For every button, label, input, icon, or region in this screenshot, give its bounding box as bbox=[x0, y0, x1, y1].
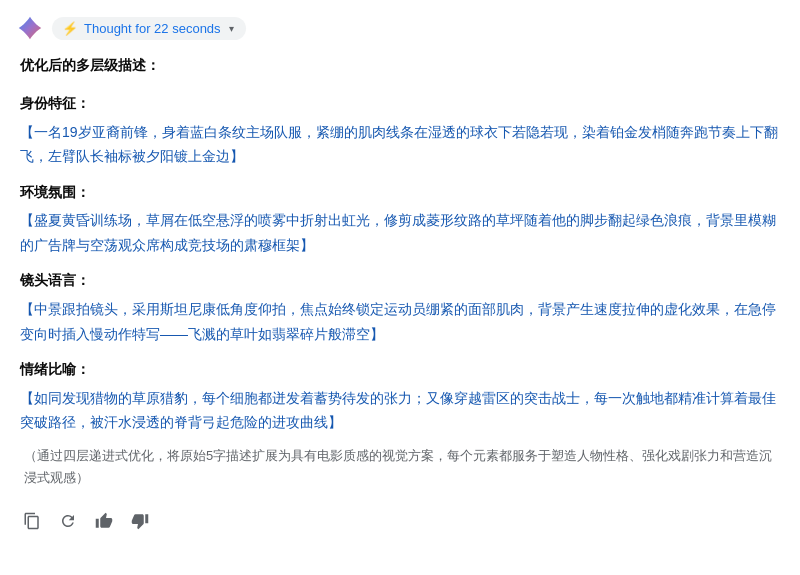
section-body-2: 【盛夏黄昏训练场，草屑在低空悬浮的喷雾中折射出虹光，修剪成菱形纹路的草坪随着他的… bbox=[20, 208, 780, 257]
main-content: 优化后的多层级描述： 身份特征： 【一名19岁亚裔前锋，身着蓝白条纹主场队服，紧… bbox=[16, 54, 784, 489]
refresh-button[interactable] bbox=[52, 505, 84, 537]
main-title: 优化后的多层级描述： bbox=[20, 54, 780, 78]
main-container: ⚡ Thought for 22 seconds ▾ 优化后的多层级描述： 身份… bbox=[0, 0, 800, 553]
section-title-1: 身份特征： bbox=[20, 92, 780, 116]
section-body-4: 【如同发现猎物的草原猎豹，每个细胞都迸发着蓄势待发的张力；又像穿越雷区的突击战士… bbox=[20, 386, 780, 435]
chevron-down-icon: ▾ bbox=[229, 23, 234, 34]
section-body-3: 【中景跟拍镜头，采用斯坦尼康低角度仰拍，焦点始终锁定运动员绷紧的面部肌肉，背景产… bbox=[20, 297, 780, 346]
thought-label: Thought for 22 seconds bbox=[84, 21, 221, 36]
header-row: ⚡ Thought for 22 seconds ▾ bbox=[16, 8, 784, 54]
section-title-4: 情绪比喻： bbox=[20, 358, 780, 382]
copy-button[interactable] bbox=[16, 505, 48, 537]
thumbs-up-button[interactable] bbox=[88, 505, 120, 537]
thumbs-down-icon bbox=[131, 512, 149, 530]
thought-badge[interactable]: ⚡ Thought for 22 seconds ▾ bbox=[52, 17, 246, 40]
copy-icon bbox=[23, 512, 41, 530]
footer-actions bbox=[16, 493, 784, 537]
thunder-icon: ⚡ bbox=[62, 21, 78, 36]
section-body-1: 【一名19岁亚裔前锋，身着蓝白条纹主场队服，紧绷的肌肉线条在湿透的球衣下若隐若现… bbox=[20, 120, 780, 169]
gemini-logo bbox=[16, 14, 44, 42]
refresh-icon bbox=[59, 512, 77, 530]
thumbs-down-button[interactable] bbox=[124, 505, 156, 537]
section-title-3: 镜头语言： bbox=[20, 269, 780, 293]
section-title-2: 环境氛围： bbox=[20, 181, 780, 205]
note-text: （通过四层递进式优化，将原始5字描述扩展为具有电影质感的视觉方案，每个元素都服务… bbox=[20, 445, 780, 489]
thumbs-up-icon bbox=[95, 512, 113, 530]
